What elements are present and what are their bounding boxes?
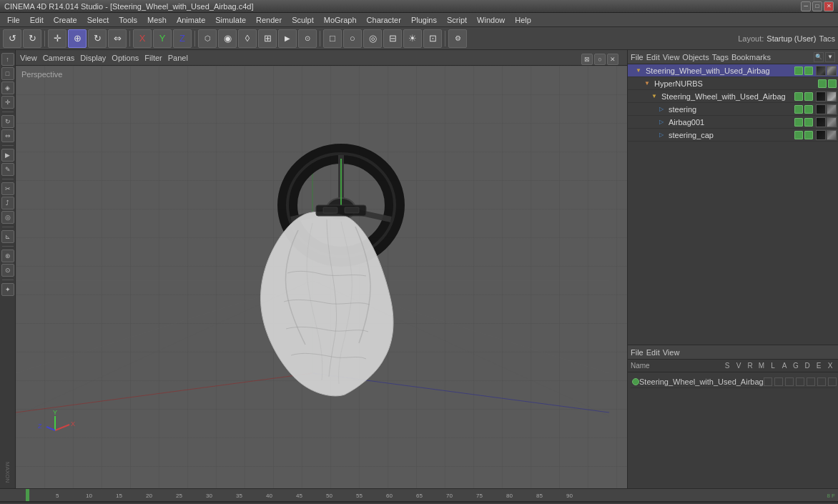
menu-edit[interactable]: Edit bbox=[26, 15, 48, 25]
obj-visible-btn-airbag[interactable] bbox=[794, 118, 803, 127]
obj-edit-menu[interactable]: Edit bbox=[646, 53, 660, 61]
object-row-steering-wheel-2[interactable]: ▼ Steering_Wheel_with_Used_Airbag bbox=[628, 90, 838, 103]
filter-menu[interactable]: Filter bbox=[144, 54, 162, 62]
menu-character[interactable]: Character bbox=[363, 15, 405, 25]
render-button[interactable]: ▶ bbox=[278, 29, 297, 48]
attr-edit-menu[interactable]: Edit bbox=[646, 348, 660, 357]
obj-file-menu[interactable]: File bbox=[631, 53, 644, 61]
obj-visible-btn-2[interactable] bbox=[794, 92, 803, 101]
obj-render-btn-2[interactable] bbox=[804, 92, 813, 101]
menu-select[interactable]: Select bbox=[83, 15, 114, 25]
viewport-close-button[interactable]: ✕ bbox=[607, 54, 618, 65]
left-tool-scale[interactable]: ⇔ bbox=[1, 129, 14, 142]
object-row-steering-wheel-top[interactable]: ▼ Steering_Wheel_with_Used_Airbag bbox=[628, 64, 838, 77]
left-tool-render[interactable]: ▶ bbox=[1, 149, 14, 162]
obj-visible-btn-steering[interactable] bbox=[794, 105, 803, 114]
camera-button[interactable]: ⊡ bbox=[423, 29, 442, 48]
object-row-steering-cap[interactable]: ▷ steering_cap bbox=[628, 129, 838, 142]
viewport-expand-button[interactable]: ⊠ bbox=[581, 54, 593, 65]
panel-menu[interactable]: Panel bbox=[168, 54, 188, 62]
options-menu[interactable]: Options bbox=[112, 54, 139, 62]
close-button[interactable]: ✕ bbox=[824, 1, 834, 11]
scale-tool-button[interactable]: ⇔ bbox=[108, 29, 127, 48]
move-tool-button[interactable]: ✛ bbox=[48, 29, 66, 48]
view-menu[interactable]: View bbox=[20, 54, 37, 62]
y-axis-button[interactable]: Y bbox=[153, 29, 172, 48]
obj-tags-menu[interactable]: Tags bbox=[712, 53, 729, 61]
redo-button[interactable]: ↻ bbox=[23, 29, 41, 48]
left-tool-texture[interactable]: ⊛ bbox=[1, 249, 14, 262]
menu-script[interactable]: Script bbox=[443, 15, 471, 25]
menu-mesh[interactable]: Mesh bbox=[143, 15, 171, 25]
point-mode-button[interactable]: ◉ bbox=[218, 29, 237, 48]
left-tool-misc[interactable]: ✦ bbox=[1, 283, 14, 296]
obj-render-btn-cap[interactable] bbox=[804, 131, 813, 139]
obj-render-btn-airbag[interactable] bbox=[804, 118, 813, 127]
left-tool-paint[interactable]: ✎ bbox=[1, 163, 14, 176]
attr-row-main[interactable]: Steering_Wheel_with_Used_Airbag ✕ bbox=[631, 375, 835, 388]
viewport-lock-button[interactable]: ○ bbox=[594, 54, 606, 65]
obj-view-menu[interactable]: View bbox=[663, 53, 680, 61]
obj-objects-menu[interactable]: Objects bbox=[682, 53, 709, 61]
display-menu[interactable]: Display bbox=[80, 54, 106, 62]
x-axis-button[interactable]: X bbox=[133, 29, 152, 48]
menu-file[interactable]: File bbox=[3, 15, 24, 25]
obj-render-btn-1[interactable] bbox=[804, 66, 813, 75]
object-list-scroll[interactable]: ▼ Steering_Wheel_with_Used_Airbag bbox=[628, 64, 838, 345]
model-mode-button[interactable]: ⬡ bbox=[198, 29, 217, 48]
attr-view-menu[interactable]: View bbox=[663, 348, 680, 357]
left-tool-magnet[interactable]: ◎ bbox=[1, 211, 14, 224]
render-region-button[interactable]: ⊙ bbox=[298, 29, 317, 48]
menu-simulate[interactable]: Simulate bbox=[211, 15, 250, 25]
object-row-airbag[interactable]: ▷ Airbag001 bbox=[628, 116, 838, 129]
obj-visible-btn-cap[interactable] bbox=[794, 131, 803, 139]
rotate-tool-button[interactable]: ↻ bbox=[88, 29, 107, 48]
obj-visible-btn-nurbs[interactable] bbox=[818, 79, 827, 88]
left-tool-measure[interactable]: ⊾ bbox=[1, 230, 14, 243]
left-tool-move2[interactable]: ✛ bbox=[1, 96, 14, 109]
polygon-mode-button[interactable]: ⊞ bbox=[258, 29, 277, 48]
edge-mode-button[interactable]: ◊ bbox=[238, 29, 257, 48]
menu-help[interactable]: Help bbox=[511, 15, 536, 25]
attr-ctrl-a[interactable] bbox=[817, 377, 826, 386]
left-tool-knife[interactable]: ✂ bbox=[1, 182, 14, 195]
obj-bookmarks-menu[interactable]: Bookmarks bbox=[731, 53, 771, 61]
attr-ctrl-r[interactable] bbox=[785, 377, 794, 386]
settings-button[interactable]: ⚙ bbox=[448, 29, 467, 48]
left-tool-brush[interactable]: ⊙ bbox=[1, 264, 14, 277]
menu-animate[interactable]: Animate bbox=[172, 15, 210, 25]
maximize-button[interactable]: □ bbox=[812, 1, 822, 11]
obj-visible-btn-1[interactable] bbox=[794, 66, 803, 75]
z-axis-button[interactable]: Z bbox=[173, 29, 192, 48]
cameras-menu[interactable]: Cameras bbox=[43, 54, 75, 62]
left-tool-select[interactable]: □ bbox=[1, 67, 14, 80]
menu-mograph[interactable]: MoGraph bbox=[320, 15, 361, 25]
menu-window[interactable]: Window bbox=[473, 15, 509, 25]
left-tool-move[interactable]: ↑ bbox=[1, 53, 14, 66]
menu-render[interactable]: Render bbox=[252, 15, 286, 25]
add-object-button[interactable]: ⊕ bbox=[68, 29, 87, 48]
attr-ctrl-v[interactable] bbox=[774, 377, 783, 386]
layout-value[interactable]: Startup (User) bbox=[766, 34, 816, 43]
menu-create[interactable]: Create bbox=[49, 15, 82, 25]
search-icon[interactable]: 🔍 bbox=[814, 52, 824, 62]
menu-tools[interactable]: Tools bbox=[114, 15, 142, 25]
lights-button[interactable]: ☀ bbox=[403, 29, 422, 48]
viewport-canvas[interactable]: Perspective bbox=[16, 66, 627, 488]
undo-button[interactable]: ↺ bbox=[3, 29, 21, 48]
attr-file-menu[interactable]: File bbox=[631, 348, 644, 357]
obj-render-btn-nurbs[interactable] bbox=[828, 79, 837, 88]
menu-sculpt[interactable]: Sculpt bbox=[287, 15, 318, 25]
menu-plugins[interactable]: Plugins bbox=[407, 15, 441, 25]
left-tool-extrude[interactable]: ⤴ bbox=[1, 197, 14, 209]
timeline-marker[interactable] bbox=[26, 489, 29, 501]
attr-ctrl-s[interactable] bbox=[764, 377, 772, 386]
cube-button[interactable]: □ bbox=[323, 29, 342, 48]
left-tool-rotate[interactable]: ↻ bbox=[1, 115, 14, 128]
cylinder-button[interactable]: ◎ bbox=[363, 29, 382, 48]
filter-icon[interactable]: ▼ bbox=[825, 52, 835, 62]
minimize-button[interactable]: ─ bbox=[801, 1, 811, 11]
sphere-button[interactable]: ○ bbox=[343, 29, 362, 48]
timeline-ruler[interactable]: 0 5 10 15 20 25 30 35 40 45 50 55 60 65 … bbox=[0, 489, 838, 502]
attr-ctrl-l[interactable] bbox=[807, 377, 815, 386]
